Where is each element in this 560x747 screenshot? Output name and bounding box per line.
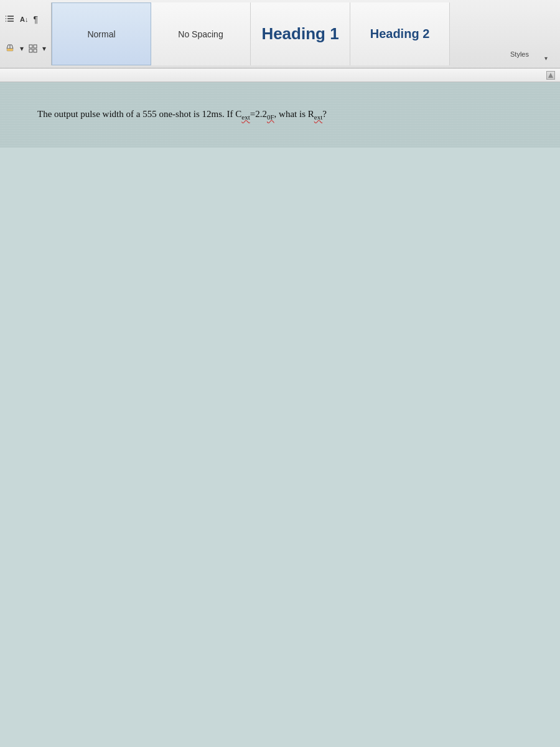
style-heading1-label: Heading 1 [261,24,338,44]
styles-label: Styles [510,50,529,58]
toolbar-top-row: A↓ ¶ [4,13,47,26]
style-normal-label: Normal [87,29,115,39]
toolbar-left-icons: A↓ ¶ ▾ [0,2,52,65]
list-indent-icon[interactable] [4,14,16,25]
doc-text-mid: =2.2 [250,109,267,119]
style-normal[interactable]: Normal [52,2,151,65]
svg-rect-10 [29,49,32,52]
doc-0f-sub: 0F [267,113,274,121]
style-heading1[interactable]: Heading 1 [251,2,350,65]
doc-rext-sub: ext [314,113,322,121]
toolbar-bottom-row: ▾ ▾ [4,42,47,55]
ruler-area [0,68,560,82]
doc-text-final: ? [322,109,327,119]
styles-grid: Normal No Spacing Heading 1 Heading 2 [52,2,560,65]
dropdown-arrow-paint[interactable]: ▾ [19,43,25,54]
sort-az-icon[interactable]: A↓ [19,14,29,24]
svg-marker-12 [548,73,553,78]
paragraph-label: ¶ [33,14,38,24]
paragraph-icon[interactable]: ¶ [32,13,39,26]
dropdown-arrow-grid[interactable]: ▾ [41,43,47,54]
ruler-indicator[interactable] [546,71,555,80]
style-no-spacing-label: No Spacing [178,29,223,39]
svg-rect-11 [34,49,37,52]
sort-az-label: A↓ [20,16,28,23]
style-heading2[interactable]: Heading 2 [350,2,450,65]
svg-rect-8 [29,45,32,48]
svg-rect-9 [34,45,37,48]
style-heading2-label: Heading 2 [370,27,430,41]
styles-section: Normal No Spacing Heading 1 Heading 2 St… [52,2,560,65]
doc-text-main: The output pulse width of a 555 one-shot… [37,109,241,119]
document-area: The output pulse width of a 555 one-shot… [0,82,560,148]
styles-expand-icon[interactable]: ▾ [544,55,548,62]
style-no-spacing[interactable]: No Spacing [151,2,251,65]
grid-icon[interactable] [27,43,39,54]
svg-rect-6 [7,49,13,51]
doc-cext-sub: ext [241,113,250,121]
doc-text-end: , what is R [274,109,314,119]
styles-toolbar: A↓ ¶ ▾ [0,0,560,68]
paint-bucket-icon[interactable] [4,42,16,55]
document-paragraph: The output pulse width of a 555 one-shot… [37,107,523,123]
